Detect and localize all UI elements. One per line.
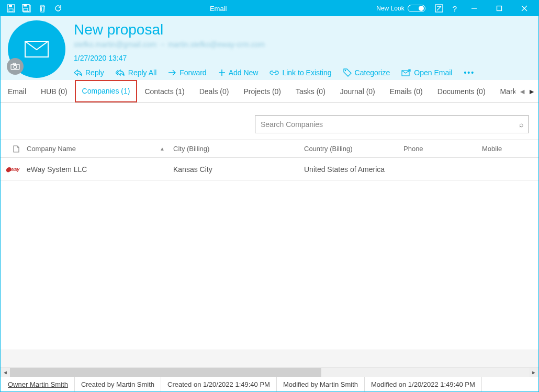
email-subject: New proposal <box>74 21 531 38</box>
forward-icon <box>168 70 176 76</box>
svg-point-11 <box>14 65 17 68</box>
scroll-thumb[interactable] <box>10 368 321 377</box>
status-bar: Owner Martin Smith Created by Martin Smi… <box>1 377 538 391</box>
svg-point-13 <box>344 70 345 71</box>
scroll-left-icon[interactable]: ◄ <box>1 368 10 377</box>
cell-city: Kansas City <box>173 165 304 174</box>
status-owner[interactable]: Owner Martin Smith <box>2 377 75 391</box>
toggle-switch-icon <box>408 5 425 12</box>
svg-rect-1 <box>9 9 13 11</box>
reply-icon <box>74 69 82 76</box>
link-existing-label: Link to Existing <box>282 68 331 77</box>
help-icon[interactable]: ? <box>448 1 461 16</box>
status-modified-on: Modified on 1/20/2022 1:49:40 PM <box>365 377 482 391</box>
svg-rect-6 <box>24 5 27 7</box>
column-phone[interactable]: Phone <box>403 145 482 153</box>
email-addresses: stefko.martin@gmail.com → martin.stefko@… <box>74 40 531 49</box>
svg-rect-2 <box>9 5 12 7</box>
search-row: ⌕ <box>1 103 538 140</box>
tab-documents[interactable]: Documents (0) <box>430 80 493 102</box>
envelope-icon <box>24 40 49 58</box>
open-email-icon <box>401 69 411 76</box>
tab-journal[interactable]: Journal (0) <box>333 80 383 102</box>
tabs-bar: Email HUB (0) Companies (1) Contacts (1)… <box>1 80 538 103</box>
maximize-button[interactable] <box>487 1 511 16</box>
tab-marketing[interactable]: Marketing <box>493 80 516 102</box>
tab-tasks[interactable]: Tasks (0) <box>288 80 333 102</box>
open-email-button[interactable]: Open Email <box>401 68 452 77</box>
delete-icon[interactable] <box>36 2 49 15</box>
save-icon[interactable] <box>5 2 17 15</box>
email-header: New proposal stefko.martin@gmail.com → m… <box>1 16 538 80</box>
tab-scroll-right-icon[interactable]: ► <box>528 87 535 96</box>
company-logo-icon: ⬤Way <box>6 167 27 172</box>
scroll-right-icon[interactable]: ► <box>529 368 538 377</box>
status-modified-by: Modified by Martin Smith <box>277 377 365 391</box>
forward-button[interactable]: Forward <box>168 68 206 77</box>
close-button[interactable] <box>512 1 536 16</box>
tab-email[interactable]: Email <box>1 80 33 102</box>
ellipsis-icon: ••• <box>464 68 475 77</box>
categorize-label: Categorize <box>355 68 390 77</box>
save-all-icon[interactable] <box>20 2 33 15</box>
tab-contacts[interactable]: Contacts (1) <box>137 80 192 102</box>
tab-emails[interactable]: Emails (0) <box>383 80 430 102</box>
companies-grid: Company Name ▲ City (Billing) Country (B… <box>1 140 538 377</box>
refresh-icon[interactable] <box>52 2 64 15</box>
reply-all-button[interactable]: Reply All <box>116 68 156 77</box>
column-mobile[interactable]: Mobile <box>482 145 538 153</box>
search-input[interactable] <box>261 120 519 129</box>
search-box[interactable]: ⌕ <box>255 116 529 133</box>
status-created-by: Created by Martin Smith <box>75 377 161 391</box>
app-icon[interactable] <box>431 1 447 16</box>
avatar <box>8 20 65 78</box>
cell-company: eWay System LLC <box>27 165 173 174</box>
camera-icon[interactable] <box>7 58 24 75</box>
column-city[interactable]: City (Billing) <box>173 145 304 153</box>
title-bar-left <box>1 2 64 15</box>
tabs: Email HUB (0) Companies (1) Contacts (1)… <box>1 80 515 102</box>
sort-asc-icon: ▲ <box>160 146 173 152</box>
grid-footer <box>1 350 538 367</box>
reply-label: Reply <box>85 68 104 77</box>
tab-hub[interactable]: HUB (0) <box>33 80 75 102</box>
tab-companies[interactable]: Companies (1) <box>75 80 138 102</box>
grid-body: ⬤Way eWay System LLC Kansas City United … <box>1 158 538 350</box>
link-existing-button[interactable]: Link to Existing <box>270 68 331 77</box>
grid-header: Company Name ▲ City (Billing) Country (B… <box>1 140 538 158</box>
table-row[interactable]: ⬤Way eWay System LLC Kansas City United … <box>1 158 538 181</box>
scroll-track[interactable] <box>10 368 529 377</box>
column-company-label: Company Name <box>27 145 76 153</box>
plus-icon <box>218 69 226 76</box>
svg-rect-8 <box>497 6 502 11</box>
email-timestamp: 1/27/2020 13:47 <box>74 54 531 62</box>
column-icon[interactable] <box>6 145 27 153</box>
open-email-label: Open Email <box>414 68 452 77</box>
tab-scroll-left-icon[interactable]: ◄ <box>519 87 526 96</box>
new-look-toggle[interactable]: New Look <box>372 1 429 16</box>
action-toolbar: Reply Reply All Forward Add New Link to … <box>74 68 531 77</box>
column-company[interactable]: Company Name ▲ <box>27 145 173 153</box>
link-icon <box>270 70 279 76</box>
tab-projects[interactable]: Projects (0) <box>236 80 288 102</box>
add-new-label: Add New <box>229 68 259 77</box>
reply-all-label: Reply All <box>128 68 156 77</box>
more-actions-button[interactable]: ••• <box>464 68 475 77</box>
cell-country: United States of America <box>304 165 403 174</box>
tab-deals[interactable]: Deals (0) <box>192 80 237 102</box>
tab-scroll: ◄ ► <box>515 80 538 102</box>
search-icon[interactable]: ⌕ <box>519 120 523 129</box>
minimize-button[interactable] <box>462 1 486 16</box>
title-bar-right: New Look ? <box>372 1 538 16</box>
horizontal-scrollbar[interactable]: ◄ ► <box>1 367 538 377</box>
new-look-label: New Look <box>376 5 404 12</box>
window-title: Email <box>64 5 372 13</box>
add-new-button[interactable]: Add New <box>218 68 259 77</box>
status-created-on: Created on 1/20/2022 1:49:40 PM <box>161 377 277 391</box>
forward-label: Forward <box>179 68 206 77</box>
reply-all-icon <box>116 69 125 76</box>
categorize-button[interactable]: Categorize <box>343 68 390 77</box>
column-country[interactable]: Country (Billing) <box>304 145 403 153</box>
tag-icon <box>343 68 352 77</box>
reply-button[interactable]: Reply <box>74 68 104 77</box>
